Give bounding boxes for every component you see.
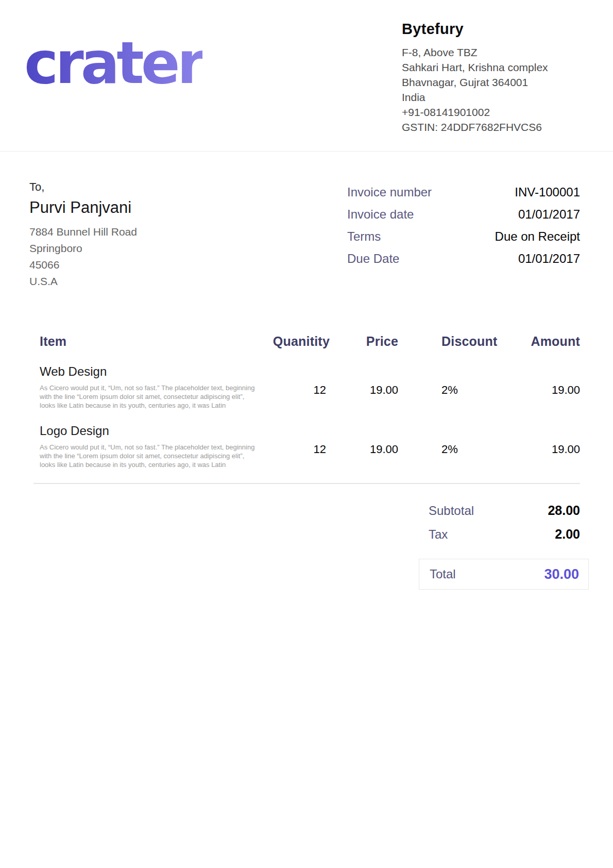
item-quantity: 12 xyxy=(259,364,330,410)
item-row: Logo Design As Cicero would put it, “Um,… xyxy=(29,424,580,469)
meta-row-terms: Terms Due on Receipt xyxy=(347,229,580,244)
meta-row-invoice-number: Invoice number INV-100001 xyxy=(347,185,580,200)
item-cell: Logo Design As Cicero would put it, “Um,… xyxy=(29,424,259,469)
due-date-value: 01/01/2017 xyxy=(518,251,580,266)
company-address-line: India xyxy=(402,90,580,105)
item-cell: Web Design As Cicero would put it, “Um, … xyxy=(29,364,259,410)
item-description: As Cicero would put it, “Um, not so fast… xyxy=(40,383,260,410)
company-info: Bytefury F-8, Above TBZ Sahkari Hart, Kr… xyxy=(402,20,580,135)
totals-separator xyxy=(33,483,580,484)
tax-label: Tax xyxy=(429,527,448,542)
invoice-header: crater Bytefury F-8, Above TBZ Sahkari H… xyxy=(0,0,613,152)
invoice-number-value: INV-100001 xyxy=(515,185,580,200)
meta-row-invoice-date: Invoice date 01/01/2017 xyxy=(347,207,580,222)
column-spacer xyxy=(398,364,441,410)
invoice-date-value: 01/01/2017 xyxy=(518,207,580,222)
company-gstin: GSTIN: 24DDF7682FHVCS6 xyxy=(402,120,580,135)
item-amount: 19.00 xyxy=(526,424,580,469)
customer-address-line: U.S.A xyxy=(29,273,137,290)
company-address-line: Sahkari Hart, Krishna complex xyxy=(402,60,580,75)
tax-row: Tax 2.00 xyxy=(429,526,580,542)
customer-name: Purvi Panjvani xyxy=(29,198,137,217)
column-header-item: Item xyxy=(29,334,259,349)
customer-address-line: 45066 xyxy=(29,257,137,273)
company-name: Bytefury xyxy=(402,21,580,38)
invoice-date-label: Invoice date xyxy=(347,207,414,222)
item-price: 19.00 xyxy=(330,364,398,410)
due-date-label: Due Date xyxy=(347,251,399,266)
total-box: Total 30.00 xyxy=(419,559,589,590)
subtotal-row: Subtotal 28.00 xyxy=(429,503,580,519)
company-address-line: Bhavnagar, Gujrat 364001 xyxy=(402,75,580,90)
items-table-header: Item Quanitity Price Discount Amount xyxy=(29,334,580,349)
item-discount: 2% xyxy=(441,424,526,469)
column-header-amount: Amount xyxy=(526,334,580,349)
column-header-discount: Discount xyxy=(441,334,526,349)
items-table: Item Quanitity Price Discount Amount Web… xyxy=(0,334,613,469)
company-address: F-8, Above TBZ Sahkari Hart, Krishna com… xyxy=(402,45,580,135)
item-description: As Cicero would put it, “Um, not so fast… xyxy=(40,443,260,469)
column-header-price: Price xyxy=(330,334,398,349)
company-phone: +91-08141901002 xyxy=(402,105,580,120)
terms-label: Terms xyxy=(347,229,381,244)
item-quantity: 12 xyxy=(259,424,330,469)
billing-section: To, Purvi Panjvani 7884 Bunnel Hill Road… xyxy=(0,152,613,290)
customer-address: 7884 Bunnel Hill Road Springboro 45066 U… xyxy=(29,224,137,290)
total-label: Total xyxy=(430,567,456,581)
subtotal-label: Subtotal xyxy=(429,503,474,519)
invoice-meta: Invoice number INV-100001 Invoice date 0… xyxy=(347,185,580,290)
item-amount: 19.00 xyxy=(526,364,580,410)
bill-to-block: To, Purvi Panjvani 7884 Bunnel Hill Road… xyxy=(29,180,137,290)
item-name: Logo Design xyxy=(40,424,259,438)
tax-value: 2.00 xyxy=(555,526,580,542)
customer-address-line: Springboro xyxy=(29,240,137,257)
bill-to-label: To, xyxy=(29,180,137,194)
crater-logo: crater xyxy=(24,34,202,92)
item-name: Web Design xyxy=(40,364,259,379)
totals-section: Subtotal 28.00 Tax 2.00 Total 30.00 xyxy=(0,503,613,590)
column-spacer xyxy=(398,424,441,469)
item-price: 19.00 xyxy=(330,424,398,469)
subtotal-value: 28.00 xyxy=(548,503,580,518)
customer-address-line: 7884 Bunnel Hill Road xyxy=(29,224,137,240)
total-value: 30.00 xyxy=(544,566,579,582)
item-discount: 2% xyxy=(441,364,526,410)
item-row: Web Design As Cicero would put it, “Um, … xyxy=(29,364,580,410)
company-address-line: F-8, Above TBZ xyxy=(402,45,580,60)
invoice-number-label: Invoice number xyxy=(347,185,432,200)
invoice-document: crater Bytefury F-8, Above TBZ Sahkari H… xyxy=(0,0,613,868)
column-spacer xyxy=(398,334,441,349)
column-header-quantity: Quanitity xyxy=(259,334,330,349)
meta-row-due-date: Due Date 01/01/2017 xyxy=(347,251,580,266)
terms-value: Due on Receipt xyxy=(495,229,580,244)
